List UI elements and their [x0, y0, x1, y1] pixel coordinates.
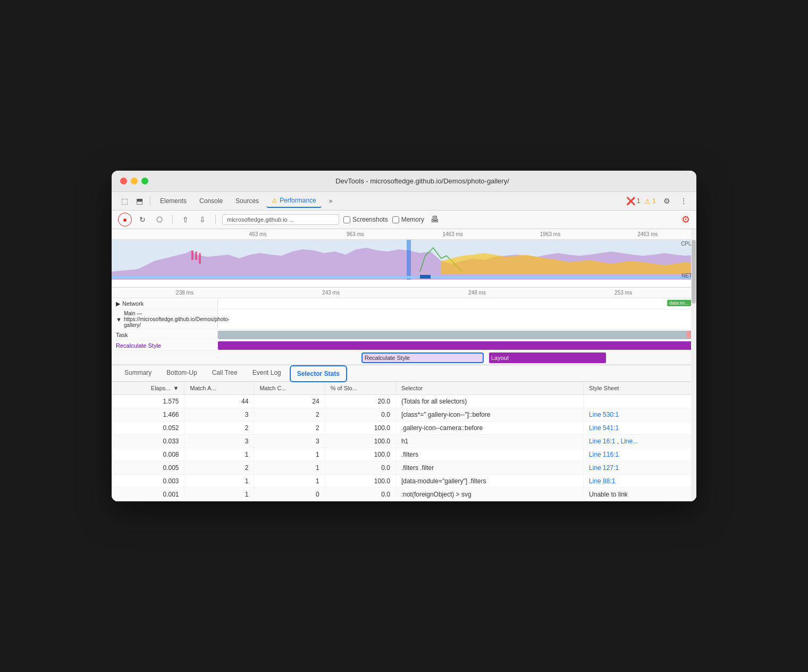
- tab-summary[interactable]: Summary: [118, 365, 158, 381]
- screenshots-checkbox[interactable]: [343, 216, 350, 223]
- more-options-icon[interactable]: ⋮: [677, 195, 690, 207]
- cell-selector: .gallery-icon--camera::before: [395, 422, 583, 435]
- tab-elements[interactable]: Elements: [155, 195, 192, 207]
- titlebar: DevTools - microsoftedge.github.io/Demos…: [112, 171, 696, 192]
- network-content: data:im...: [218, 298, 696, 309]
- perf-settings-icon[interactable]: ⚙: [681, 214, 690, 225]
- detail-tick-3: 253 ms: [550, 289, 696, 297]
- minimize-button[interactable]: [131, 178, 138, 184]
- traffic-lights: [120, 178, 148, 184]
- cell-match-a: 2: [184, 422, 254, 435]
- settings-icon[interactable]: ⚙: [660, 195, 673, 207]
- col-match-a[interactable]: Match A...: [184, 382, 254, 395]
- cell-elapsed: 0.001: [112, 488, 184, 501]
- memory-label[interactable]: Memory: [401, 216, 424, 223]
- memory-icon[interactable]: 🖶: [428, 213, 441, 226]
- col-match-c[interactable]: Match C...: [254, 382, 325, 395]
- timeline-chart[interactable]: CPU NET: [112, 240, 696, 280]
- stylesheet-link[interactable]: Line 127:1: [589, 464, 619, 472]
- cell-match-a: 2: [184, 461, 254, 475]
- tab-selector-stats[interactable]: Selector Stats: [290, 365, 347, 382]
- tab-more[interactable]: »: [324, 195, 338, 207]
- ruler-tick-1: 463 ms: [209, 230, 306, 238]
- inspect-element-icon[interactable]: ⬚: [118, 195, 131, 207]
- devtools-window: DevTools - microsoftedge.github.io/Demos…: [112, 171, 696, 501]
- cell-elapsed: 0.052: [112, 422, 184, 435]
- detail-tick-2: 248 ms: [404, 289, 550, 297]
- tab-sources[interactable]: Sources: [230, 195, 264, 207]
- sort-arrow-icon: ▼: [173, 385, 179, 391]
- col-pct-slow[interactable]: % of Slo...: [325, 382, 395, 395]
- ruler-tick-4: 1963 ms: [501, 230, 599, 238]
- cell-match-a: 3: [184, 408, 254, 422]
- flame-row-task: Task: [112, 330, 696, 340]
- upload-icon[interactable]: ⇧: [179, 213, 192, 226]
- cell-match-c: 2: [254, 422, 325, 435]
- cell-pct-slow: 100.0: [325, 448, 395, 461]
- cell-stylesheet: Line 16:1 , Line...: [584, 435, 696, 448]
- stylesheet-link[interactable]: Line 541:1: [589, 424, 619, 432]
- stylesheet-link[interactable]: Line 116:1: [589, 451, 619, 458]
- stylesheet-link[interactable]: Line 88:1: [589, 477, 615, 485]
- selector-stats-table: Elaps... ▼ Match A... Match C... % of Sl…: [112, 382, 696, 501]
- detail-ruler: 238 ms 243 ms 248 ms 253 ms: [112, 288, 696, 298]
- record-button[interactable]: ●: [118, 213, 132, 226]
- cell-match-c: 1: [254, 448, 325, 461]
- screenshots-label[interactable]: Screenshots: [352, 216, 388, 223]
- reload-record-button[interactable]: ↻: [136, 213, 149, 226]
- triangle-right-icon: ▶: [116, 300, 120, 307]
- cell-match-c: 2: [254, 408, 325, 422]
- cell-elapsed: 1.575: [112, 395, 184, 408]
- tab-performance[interactable]: ⚠ Performance: [266, 194, 322, 208]
- tab-bar: ⬚ ⬒ Elements Console Sources ⚠ Performan…: [112, 192, 696, 211]
- device-toolbar-icon[interactable]: ⬒: [133, 195, 146, 207]
- cell-selector: .filters: [395, 448, 583, 461]
- clear-button[interactable]: ⎔: [153, 213, 166, 226]
- cell-pct-slow: 20.0: [325, 395, 395, 408]
- main-content: [218, 314, 696, 325]
- memory-checkbox[interactable]: [392, 216, 399, 223]
- performance-label: Performance: [280, 197, 316, 204]
- tab-console[interactable]: Console: [194, 195, 228, 207]
- table-body: 1.575442420.0(Totals for all selectors)1…: [112, 395, 696, 501]
- timeline-area[interactable]: 463 ms 963 ms 1463 ms 1963 ms 2463 ms: [112, 229, 696, 288]
- cell-selector: h1: [395, 435, 583, 448]
- sep-3: [215, 215, 216, 224]
- flame-area: ▶ Network data:im... ▼ Main — https://mi…: [112, 298, 696, 365]
- col-selector[interactable]: Selector: [395, 382, 583, 395]
- download-icon[interactable]: ⇩: [196, 213, 209, 226]
- tab-event-log[interactable]: Event Log: [246, 365, 288, 381]
- stylesheet-link[interactable]: Line 16:1: [589, 438, 615, 445]
- main-content: 463 ms 963 ms 1463 ms 1963 ms 2463 ms: [112, 229, 696, 501]
- cell-pct-slow: 0.0: [325, 488, 395, 501]
- recalc-outlined-bar[interactable]: Recalculate Style: [361, 352, 484, 363]
- cell-match-c: 1: [254, 475, 325, 488]
- task-content: [218, 330, 696, 340]
- cell-stylesheet: Line 88:1: [584, 475, 696, 488]
- main-label: ▼ Main — https://microsoftedge.github.io…: [112, 309, 218, 329]
- cell-match-a: 44: [184, 395, 254, 408]
- ruler-tick-5: 2463 ms: [599, 230, 696, 238]
- cell-selector: (Totals for all selectors): [395, 395, 583, 408]
- col-stylesheet[interactable]: Style Sheet: [584, 382, 696, 395]
- svg-rect-1: [407, 240, 411, 280]
- close-button[interactable]: [120, 178, 127, 184]
- scrollbar-track[interactable]: [691, 229, 696, 501]
- triangle-down-icon: ▼: [116, 316, 122, 323]
- col-elapsed[interactable]: Elaps... ▼: [112, 382, 184, 395]
- stylesheet-link[interactable]: Line 530:1: [589, 411, 619, 418]
- ruler-tick-0: [112, 230, 209, 238]
- cell-stylesheet: [584, 395, 696, 408]
- scrollbar-thumb[interactable]: [692, 240, 696, 304]
- stylesheet-link[interactable]: Line...: [621, 438, 638, 445]
- sub-content: Recalculate Style Layout: [218, 351, 696, 365]
- table-row: 0.03333100.0h1Line 16:1 , Line...: [112, 435, 696, 448]
- layout-bar[interactable]: Layout: [489, 352, 606, 363]
- tab-bottom-up[interactable]: Bottom-Up: [160, 365, 203, 381]
- flame-row-network: ▶ Network data:im...: [112, 298, 696, 309]
- window-title: DevTools - microsoftedge.github.io/Demos…: [157, 177, 688, 185]
- maximize-button[interactable]: [141, 178, 148, 184]
- table-row: 1.575442420.0(Totals for all selectors): [112, 395, 696, 408]
- cell-stylesheet: Line 127:1: [584, 461, 696, 475]
- tab-call-tree[interactable]: Call Tree: [206, 365, 244, 381]
